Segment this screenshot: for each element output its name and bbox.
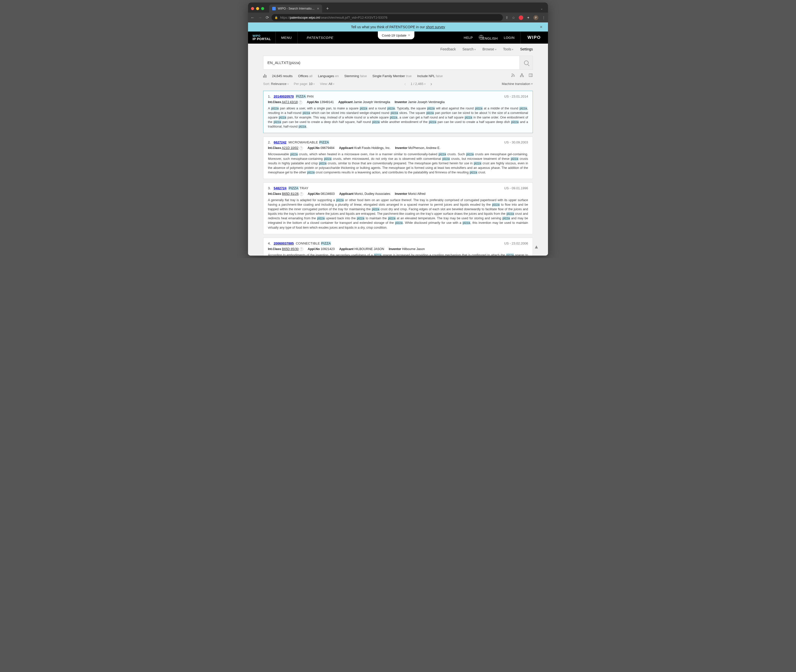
menu-button[interactable]: MENU <box>276 32 297 43</box>
result-index: 2. <box>268 141 271 144</box>
next-page-button[interactable]: › <box>429 81 434 86</box>
result-applicant: Applicant Jamie Joseph Ventimeglia <box>338 100 390 104</box>
wipo-logo[interactable]: WIPO <box>520 32 548 43</box>
filter-offices[interactable]: Offices all <box>298 74 313 78</box>
close-window-icon[interactable] <box>251 7 254 10</box>
search-input[interactable] <box>264 56 519 69</box>
prev-page-button[interactable]: ‹ <box>403 81 408 86</box>
search-button[interactable] <box>519 56 532 69</box>
patentscope-brand[interactable]: PATENTSCOPE <box>298 32 342 43</box>
tree-view-icon[interactable] <box>520 73 524 78</box>
filter-stemming[interactable]: Stemming false <box>344 74 367 78</box>
reload-button[interactable]: ⟳ <box>266 15 269 20</box>
search-box <box>263 56 533 70</box>
browser-tab[interactable]: WIPO - Search International an × <box>269 5 322 13</box>
back-button[interactable]: ← <box>251 15 254 20</box>
perpage-selector[interactable]: Per page: 10 <box>294 82 315 86</box>
result-number-link[interactable]: 20140020570 <box>274 94 294 98</box>
svg-rect-4 <box>529 74 532 77</box>
result-applno: Appl.No 13949141 <box>307 100 334 104</box>
minimize-window-icon[interactable] <box>256 7 259 10</box>
result-applno: Appl.No 10921423 <box>308 247 335 251</box>
maximize-window-icon[interactable] <box>261 7 264 10</box>
result-number-link[interactable]: 6627242 <box>274 141 286 144</box>
nav-browse[interactable]: Browse <box>483 47 497 51</box>
result-number-link[interactable]: 20060037885 <box>274 242 294 245</box>
help-icon[interactable]: ? <box>300 247 303 251</box>
address-bar[interactable]: 🔒 https://patentscope.wipo.int/search/en… <box>272 14 503 21</box>
result-title: MICROWAVEABLE PIZZA <box>288 141 329 144</box>
pager: ‹ 1 / 2,465 › <box>403 81 434 86</box>
view-selector[interactable]: View: All <box>320 82 334 86</box>
help-icon[interactable]: ? <box>299 101 302 104</box>
rss-icon[interactable] <box>511 73 515 78</box>
lock-icon: 🔒 <box>275 16 278 19</box>
share-icon[interactable]: ⇪ <box>505 16 508 20</box>
covid-update-pill[interactable]: Covid-19 Update × <box>378 31 414 39</box>
globe-icon <box>479 35 483 40</box>
sub-navigation: Feedback Search Browse Tools Settings <box>248 43 548 53</box>
machine-translation-toggle[interactable]: Machine translation ▾ <box>502 82 533 86</box>
help-link[interactable]: HELP <box>464 36 473 40</box>
result-date: US - 09.01.1996 <box>504 186 528 190</box>
result-count: 24,645 results <box>272 74 293 78</box>
result-date: US - 23.02.2006 <box>504 242 528 245</box>
close-tab-icon[interactable]: × <box>317 6 319 11</box>
language-selector[interactable]: ENGLISH <box>479 35 498 40</box>
result-number-link[interactable]: 5482724 <box>274 186 286 190</box>
result-inventor: Inventor Morici Alfred <box>395 192 425 196</box>
forward-button[interactable]: → <box>258 15 262 20</box>
result-intclass: Int.Class A47J 43/18? <box>268 100 302 104</box>
nav-tools[interactable]: Tools <box>503 47 514 51</box>
close-icon[interactable]: × <box>408 33 410 38</box>
search-icon <box>524 61 529 65</box>
result-applno: Appl.No 09679484 <box>307 146 334 150</box>
sort-controls: Sort: Relevance Per page: 10 View: All ‹… <box>263 81 533 86</box>
help-icon[interactable]: ? <box>299 146 303 150</box>
result-inventor: Inventor McPherson, Andrew E. <box>395 146 440 150</box>
analysis-icon[interactable] <box>263 74 267 78</box>
results-meta: 24,645 results Offices all Languages en … <box>263 73 533 78</box>
banner-text: Tell us what you think of PATENTSCOPE in… <box>351 25 445 29</box>
nav-settings[interactable]: Settings <box>520 47 533 51</box>
banner-close-icon[interactable]: × <box>540 24 542 30</box>
search-result: 1.20140020570PIZZA PANUS - 23.01.2014Int… <box>263 91 533 133</box>
result-inventor: Inventor Hilbourne Jason <box>389 247 425 251</box>
tab-favicon-icon <box>272 7 276 10</box>
result-applicant: Applicant Morici, Dudley Associates <box>339 192 390 196</box>
page-content: Tell us what you think of PATENTSCOPE in… <box>248 22 548 256</box>
result-applno: Appl.No 08134603 <box>308 192 335 196</box>
filter-single-family[interactable]: Single Family Member true <box>372 74 412 78</box>
profile-avatar[interactable]: P <box>533 15 539 20</box>
result-index: 4. <box>268 242 271 245</box>
scroll-to-top-button[interactable]: ▴ <box>532 243 540 251</box>
browser-chrome: WIPO - Search International an × + ⌄ ← →… <box>248 3 548 22</box>
help-icon[interactable]: ? <box>300 192 303 196</box>
result-title: CONNECTIBLE PIZZA <box>296 242 331 245</box>
result-intclass: Int.Class B65D 81/26? <box>268 192 303 196</box>
survey-link[interactable]: short survey <box>426 25 445 29</box>
result-intclass: Int.Class A21D 10/02? <box>268 146 303 150</box>
extensions-icon[interactable]: ✦ <box>527 16 530 20</box>
login-link[interactable]: LOGIN <box>504 36 515 40</box>
top-navigation: WIPO IP PORTAL MENU PATENTSCOPE Covid-19… <box>248 32 548 43</box>
menu-icon[interactable]: ⋮ <box>542 16 545 20</box>
svg-rect-1 <box>521 74 522 75</box>
nav-feedback[interactable]: Feedback <box>440 47 456 51</box>
result-applicant: Applicant HILBOURNE JASON <box>339 247 384 251</box>
search-result: 2.6627242MICROWAVEABLE PIZZAUS - 30.09.2… <box>263 137 533 179</box>
wipo-portal-logo[interactable]: WIPO IP PORTAL <box>248 32 275 43</box>
sort-selector[interactable]: Sort: Relevance <box>263 82 289 86</box>
page-indicator[interactable]: 1 / 2,465 <box>411 82 426 86</box>
result-intclass: Int.Class B65D 85/30? <box>268 247 303 251</box>
extension-icon[interactable] <box>519 15 523 20</box>
filter-include-npl[interactable]: Include NPL false <box>417 74 443 78</box>
bookmark-icon[interactable]: ☆ <box>512 16 515 20</box>
tab-list-button[interactable]: ⌄ <box>540 7 545 10</box>
side-panel-icon[interactable] <box>529 73 533 78</box>
filter-languages[interactable]: Languages en <box>318 74 339 78</box>
window-controls[interactable] <box>251 7 264 10</box>
result-title: PIZZA TRAY <box>288 186 308 190</box>
new-tab-button[interactable]: + <box>324 5 331 12</box>
nav-search[interactable]: Search <box>462 47 476 51</box>
